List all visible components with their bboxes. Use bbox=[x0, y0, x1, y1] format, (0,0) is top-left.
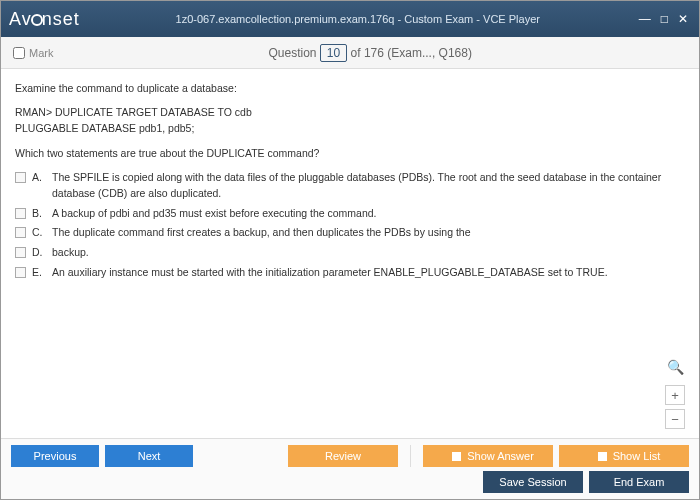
answer-checkbox[interactable] bbox=[15, 247, 26, 258]
minimize-icon[interactable]: — bbox=[636, 12, 654, 26]
show-list-button[interactable]: Show List bbox=[559, 445, 689, 467]
square-icon bbox=[452, 452, 461, 461]
answer-option[interactable]: E. An auxiliary instance must be started… bbox=[15, 265, 685, 281]
answer-text: A backup of pdbi and pd35 must exist bef… bbox=[52, 206, 377, 222]
close-icon[interactable]: ✕ bbox=[675, 12, 691, 26]
answer-checkbox[interactable] bbox=[15, 227, 26, 238]
window-title: 1z0-067.examcollection.premium.exam.176q… bbox=[80, 13, 636, 25]
answer-option[interactable]: A. The SPFILE is copied along with the d… bbox=[15, 170, 685, 202]
question-content: Examine the command to duplicate a datab… bbox=[1, 69, 699, 297]
app-logo: Avnset bbox=[9, 9, 80, 30]
end-exam-button[interactable]: End Exam bbox=[589, 471, 689, 493]
answer-list: A. The SPFILE is copied along with the d… bbox=[15, 170, 685, 281]
question-indicator: Question 10 of 176 (Exam..., Q168) bbox=[53, 46, 687, 60]
show-answer-button[interactable]: Show Answer bbox=[423, 445, 553, 467]
maximize-icon[interactable]: □ bbox=[658, 12, 671, 26]
window-controls: — □ ✕ bbox=[636, 12, 691, 26]
answer-checkbox[interactable] bbox=[15, 172, 26, 183]
answer-checkbox[interactable] bbox=[15, 208, 26, 219]
save-session-button[interactable]: Save Session bbox=[483, 471, 583, 493]
mark-checkbox[interactable] bbox=[13, 47, 25, 59]
review-button[interactable]: Review bbox=[288, 445, 398, 467]
answer-option[interactable]: B. A backup of pdbi and pd35 must exist … bbox=[15, 206, 685, 222]
question-intro: Examine the command to duplicate a datab… bbox=[15, 81, 685, 97]
answer-checkbox[interactable] bbox=[15, 267, 26, 278]
magnify-icon[interactable]: 🔍 bbox=[665, 357, 685, 377]
mark-label: Mark bbox=[29, 47, 53, 59]
titlebar: Avnset 1z0-067.examcollection.premium.ex… bbox=[1, 1, 699, 37]
question-number: 10 bbox=[320, 44, 347, 62]
question-prompt: Which two statements are true about the … bbox=[15, 146, 685, 162]
subheader: Mark Question 10 of 176 (Exam..., Q168) bbox=[1, 37, 699, 69]
answer-option[interactable]: C. The duplicate command first creates a… bbox=[15, 225, 685, 241]
answer-text: An auxiliary instance must be started wi… bbox=[52, 265, 608, 281]
answer-text: backup. bbox=[52, 245, 89, 261]
footer: Previous Next Review Show Answer Show Li… bbox=[1, 438, 699, 499]
divider bbox=[410, 445, 411, 467]
mark-checkbox-wrap[interactable]: Mark bbox=[13, 47, 53, 59]
answer-option[interactable]: D. backup. bbox=[15, 245, 685, 261]
zoom-out-button[interactable]: − bbox=[665, 409, 685, 429]
square-icon bbox=[598, 452, 607, 461]
command-block: RMAN> DUPLICATE TARGET DATABASE TO cdb P… bbox=[15, 105, 685, 137]
zoom-in-button[interactable]: + bbox=[665, 385, 685, 405]
previous-button[interactable]: Previous bbox=[11, 445, 99, 467]
zoom-controls: 🔍 + − bbox=[665, 357, 685, 429]
next-button[interactable]: Next bbox=[105, 445, 193, 467]
answer-text: The SPFILE is copied along with the data… bbox=[52, 170, 685, 202]
answer-text: The duplicate command first creates a ba… bbox=[52, 225, 471, 241]
